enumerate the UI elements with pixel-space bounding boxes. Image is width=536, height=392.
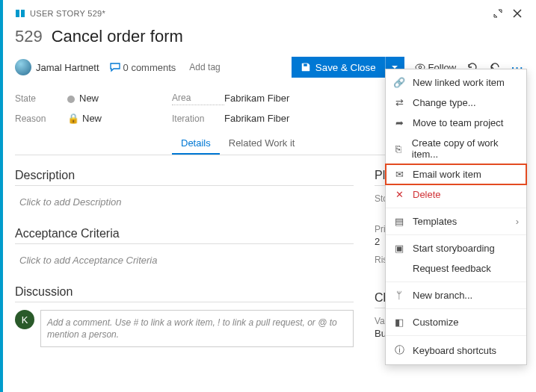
divider <box>15 243 354 244</box>
accent-bar <box>0 0 3 392</box>
menu-create-copy[interactable]: ⎘Create copy of work item... <box>386 133 526 164</box>
menu-move-team[interactable]: ➦Move to team project <box>386 113 526 133</box>
info-icon: ⓘ <box>393 343 405 357</box>
menu-new-branch[interactable]: ᛘNew branch... <box>386 285 526 305</box>
svg-rect-0 <box>16 10 19 17</box>
state-label: State <box>15 93 67 104</box>
divider <box>15 302 354 302</box>
tab-related[interactable]: Related Work it <box>220 131 304 155</box>
assignee-picker[interactable]: Jamal Hartnett <box>15 59 99 75</box>
save-icon <box>301 62 311 72</box>
area-label: Area <box>172 91 224 105</box>
iteration-label: Iteration <box>172 113 224 124</box>
iteration-value[interactable]: Fabrikam Fiber <box>224 113 374 124</box>
lock-icon: 🔒 <box>67 113 79 124</box>
discussion-input[interactable]: Add a comment. Use # to link a work item… <box>40 310 354 347</box>
comments-button[interactable]: 0 comments <box>110 62 176 73</box>
branch-icon: ᛘ <box>393 290 405 301</box>
work-item-type-label: USER STORY 529* <box>30 9 105 18</box>
divider <box>15 185 354 186</box>
mail-icon: ✉ <box>393 169 405 180</box>
acceptance-input[interactable]: Click to add Acceptance Criteria <box>15 252 354 269</box>
work-item-title[interactable]: Cancel order form <box>52 27 183 46</box>
menu-divider <box>386 308 526 309</box>
avatar <box>15 59 31 75</box>
menu-shortcuts[interactable]: ⓘKeyboard shortcuts <box>386 339 526 361</box>
popout-icon[interactable] <box>491 7 505 20</box>
menu-divider <box>386 335 526 336</box>
add-tag-input[interactable] <box>186 59 238 75</box>
comments-count: 0 comments <box>123 62 176 73</box>
copy-icon: ⎘ <box>393 143 404 155</box>
chevron-right-icon: › <box>516 216 519 227</box>
close-icon[interactable] <box>511 7 524 20</box>
menu-divider <box>386 234 526 235</box>
acceptance-heading: Acceptance Criteria <box>15 227 354 240</box>
tab-details[interactable]: Details <box>172 131 220 155</box>
description-heading: Description <box>15 169 354 182</box>
reason-value[interactable]: 🔒New <box>67 113 172 124</box>
comment-icon <box>110 62 120 72</box>
menu-templates[interactable]: ▤Templates› <box>386 211 526 231</box>
description-input[interactable]: Click to add Description <box>15 193 354 211</box>
swap-icon: ⇄ <box>393 97 405 108</box>
link-icon: 🔗 <box>393 77 405 88</box>
storyboard-icon: ▣ <box>393 243 405 254</box>
template-icon: ▤ <box>393 216 405 227</box>
reason-label: Reason <box>15 113 67 124</box>
area-value[interactable]: Fabrikam Fiber <box>224 93 374 104</box>
work-item-id: 529 <box>15 27 43 46</box>
discussion-avatar: K <box>15 310 34 329</box>
menu-storyboard[interactable]: ▣Start storyboarding <box>386 238 526 258</box>
user-story-icon <box>15 8 25 19</box>
menu-new-linked[interactable]: 🔗New linked work item <box>386 72 526 93</box>
menu-email-work-item[interactable]: ✉Email work item <box>386 164 526 184</box>
move-icon: ➦ <box>393 117 405 128</box>
menu-change-type[interactable]: ⇄Change type... <box>386 93 526 113</box>
state-value[interactable]: New <box>67 93 172 104</box>
menu-divider <box>386 208 526 208</box>
menu-feedback[interactable]: Request feedback <box>386 258 526 279</box>
svg-rect-1 <box>21 10 25 17</box>
customize-icon: ◧ <box>393 317 405 328</box>
assignee-name: Jamal Hartnett <box>36 62 99 73</box>
menu-divider <box>386 281 526 282</box>
delete-icon: ✕ <box>393 189 405 200</box>
menu-customize[interactable]: ◧Customize <box>386 312 526 332</box>
more-actions-menu: 🔗New linked work item ⇄Change type... ➦M… <box>385 69 527 365</box>
discussion-heading: Discussion <box>15 285 354 299</box>
save-label: Save & Close <box>315 62 376 73</box>
menu-delete[interactable]: ✕Delete <box>386 184 526 205</box>
